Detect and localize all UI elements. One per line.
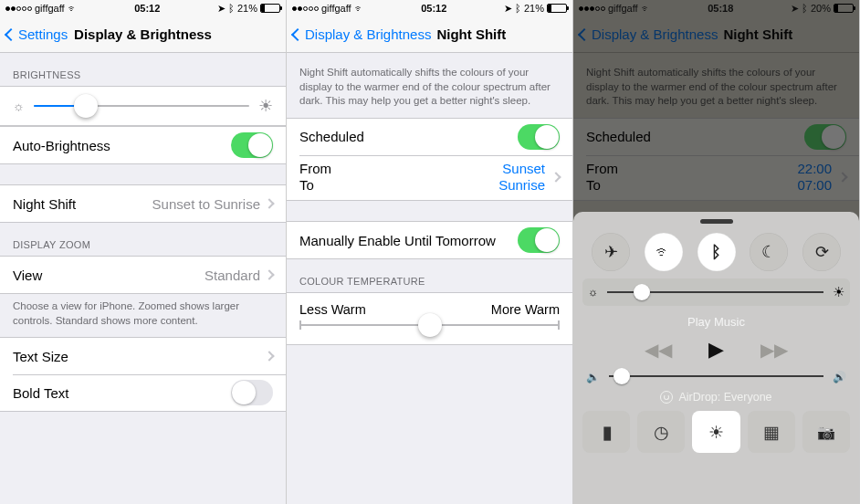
sun-small-icon: ☼: [13, 99, 25, 113]
from-value: Sunset: [498, 161, 545, 178]
scheduled-label: Scheduled: [586, 129, 804, 144]
night-shift-intro: Night Shift automatically shifts the col…: [287, 53, 572, 118]
from-to-row[interactable]: From To Sunset Sunrise: [287, 155, 572, 201]
text-size-row[interactable]: Text Size: [0, 338, 286, 374]
nav-bar: Settings Display & Brightness: [0, 16, 286, 53]
wifi-toggle[interactable]: ᯤ: [645, 233, 683, 271]
back-button[interactable]: Display & Brightness: [292, 26, 431, 42]
airplane-toggle[interactable]: [592, 233, 630, 271]
airdrop-label: AirDrop: Everyone: [678, 391, 771, 404]
bluetooth-icon: ᛒ: [228, 3, 235, 14]
play-button[interactable]: ▶: [708, 338, 724, 362]
signal-dots: [579, 6, 605, 11]
back-button[interactable]: Display & Brightness: [579, 26, 718, 42]
forward-button[interactable]: ▶▶: [760, 339, 788, 361]
section-header-temperature: COLOUR TEMPERATURE: [287, 259, 572, 292]
view-row[interactable]: View Standard: [0, 257, 286, 293]
from-to-row[interactable]: From To 22:00 07:00: [573, 155, 859, 201]
now-playing-title[interactable]: Play Music: [582, 313, 850, 331]
night-shift-button[interactable]: [692, 411, 739, 453]
wifi-icon: ᯤ: [68, 3, 78, 14]
scheduled-switch[interactable]: [804, 124, 846, 150]
to-label: To: [299, 177, 498, 194]
timer-button[interactable]: [637, 411, 685, 453]
chevron-left-icon: [291, 27, 304, 40]
rewind-button[interactable]: ◀◀: [645, 339, 672, 361]
auto-brightness-switch[interactable]: [231, 132, 273, 158]
flashlight-button[interactable]: [582, 411, 630, 453]
view-detail: Standard: [205, 268, 260, 283]
battery-icon: [834, 4, 854, 13]
calculator-button[interactable]: [748, 411, 795, 453]
to-value: 07:00: [797, 177, 832, 194]
back-button[interactable]: Settings: [5, 26, 68, 42]
control-center[interactable]: ᯤ ☼ ☀ Play Music ◀◀ ▶ ▶▶ AirDrop: Everyo…: [573, 212, 859, 504]
pane-night-shift: giffgaff ᯤ 05:12 ➤ ᛒ 21% Display & Brigh…: [287, 0, 573, 504]
grabber-icon[interactable]: [700, 219, 733, 224]
location-icon: ➤: [504, 3, 512, 15]
back-label: Display & Brightness: [305, 26, 431, 42]
pane-display-brightness: giffgaff ᯤ 05:12 ➤ ᛒ 21% Settings Displa…: [0, 0, 287, 504]
night-shift-label: Night Shift: [13, 196, 152, 212]
wifi-icon: ᯤ: [641, 3, 651, 14]
signal-dots: [292, 6, 319, 11]
battery-pct: 21%: [524, 3, 544, 14]
calculator-icon: [763, 422, 780, 443]
sun-large-icon: ☀: [833, 284, 844, 300]
text-size-label: Text Size: [13, 349, 266, 364]
sun-large-icon: ☀: [258, 96, 273, 116]
carrier-label: giffgaff: [321, 3, 351, 14]
from-label: From: [586, 161, 797, 178]
scheduled-switch[interactable]: [518, 124, 560, 150]
wifi-icon: ᯤ: [354, 3, 364, 14]
chevron-right-icon: [837, 173, 847, 183]
manual-enable-switch[interactable]: [518, 227, 560, 253]
section-header-brightness: BRIGHTNESS: [0, 53, 286, 86]
bold-text-switch[interactable]: [231, 380, 273, 405]
bold-text-label: Bold Text: [13, 385, 231, 401]
night-shift-detail: Sunset to Sunrise: [152, 196, 260, 212]
auto-brightness-label: Auto-Brightness: [13, 138, 231, 153]
status-time: 05:12: [134, 3, 160, 14]
to-value: Sunrise: [498, 177, 545, 194]
battery-icon: [547, 4, 567, 13]
battery-pct: 20%: [811, 3, 831, 14]
battery-icon: [260, 4, 280, 13]
chevron-left-icon: [5, 27, 17, 40]
cc-volume-slider[interactable]: [582, 369, 850, 383]
sun-small-icon: ☼: [588, 286, 598, 299]
speaker-low-icon: [586, 369, 600, 383]
back-label: Settings: [18, 26, 68, 42]
brightness-slider-row: ☼ ☀: [0, 86, 286, 126]
manual-enable-row: Manually Enable Until Tomorrow: [287, 222, 572, 258]
timer-icon: [654, 422, 669, 443]
chevron-right-icon: [264, 351, 274, 361]
bold-text-row: Bold Text: [0, 374, 286, 411]
scheduled-row: Scheduled: [287, 119, 572, 155]
more-warm-label: More Warm: [491, 302, 560, 317]
bluetooth-toggle[interactable]: [697, 233, 736, 271]
orientation-lock-toggle[interactable]: [802, 233, 841, 271]
brightness-slider[interactable]: [34, 105, 249, 107]
to-label: To: [586, 177, 797, 194]
camera-icon: [817, 422, 835, 442]
status-bar: giffgaff ᯤ 05:18 ➤ ᛒ 20%: [573, 0, 859, 16]
camera-button[interactable]: [802, 411, 850, 453]
view-label: View: [13, 268, 205, 283]
scheduled-label: Scheduled: [299, 129, 518, 144]
status-bar: giffgaff ᯤ 05:12 ➤ ᛒ 21%: [287, 0, 572, 16]
signal-dots: [5, 6, 32, 11]
bluetooth-icon: ᛒ: [802, 3, 808, 14]
pane-control-center: giffgaff ᯤ 05:18 ➤ ᛒ 20% Display & Brigh…: [573, 0, 860, 504]
temperature-row: Less Warm More Warm: [287, 292, 572, 345]
nav-bar: Display & Brightness Night Shift: [287, 16, 572, 53]
dnd-toggle[interactable]: [750, 233, 788, 271]
flashlight-icon: [603, 422, 610, 443]
airplane-icon: [604, 242, 618, 262]
airdrop-button[interactable]: AirDrop: Everyone: [582, 391, 850, 404]
carrier-label: giffgaff: [35, 3, 65, 14]
section-header-zoom: DISPLAY ZOOM: [0, 223, 286, 256]
temperature-slider[interactable]: [299, 324, 560, 326]
cc-brightness-slider[interactable]: ☼ ☀: [582, 278, 850, 306]
night-shift-row[interactable]: Night Shift Sunset to Sunrise: [0, 185, 286, 222]
